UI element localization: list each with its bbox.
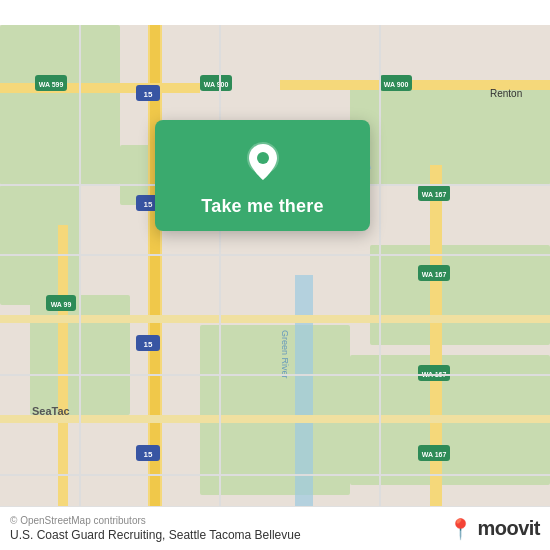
moovit-pin-icon: 📍 [448,517,473,541]
svg-text:WA 900: WA 900 [204,81,229,88]
svg-text:WA 167: WA 167 [422,191,447,198]
bottom-left-info: © OpenStreetMap contributors U.S. Coast … [10,515,301,542]
svg-rect-5 [370,245,550,345]
svg-text:15: 15 [144,340,153,349]
svg-rect-13 [0,83,200,93]
svg-text:WA 167: WA 167 [422,271,447,278]
svg-rect-1 [0,25,120,185]
take-me-there-button[interactable]: Take me there [201,196,323,217]
location-name: U.S. Coast Guard Recruiting, Seattle Tac… [10,528,301,542]
location-pin-icon [239,138,287,186]
svg-rect-15 [430,165,442,525]
map-container: 15 15 15 15 WA 599 WA 900 WA 900 WA 167 … [0,0,550,550]
svg-text:WA 900: WA 900 [384,81,409,88]
copyright-text: © OpenStreetMap contributors [10,515,301,526]
svg-text:15: 15 [144,200,153,209]
svg-text:SeaTac: SeaTac [32,405,70,417]
svg-rect-9 [295,275,313,525]
moovit-brand-text: moovit [477,517,540,540]
svg-text:15: 15 [144,450,153,459]
svg-rect-7 [200,325,350,495]
bottom-bar: © OpenStreetMap contributors U.S. Coast … [0,506,550,550]
svg-rect-17 [0,415,550,423]
svg-rect-16 [0,315,550,323]
svg-text:15: 15 [144,90,153,99]
svg-text:Green River: Green River [280,330,290,379]
svg-text:Renton: Renton [490,88,522,99]
svg-point-54 [257,152,269,164]
moovit-logo[interactable]: 📍 moovit [448,517,540,541]
svg-text:WA 167: WA 167 [422,451,447,458]
action-card[interactable]: Take me there [155,120,370,231]
svg-text:WA 99: WA 99 [51,301,72,308]
map-background: 15 15 15 15 WA 599 WA 900 WA 900 WA 167 … [0,0,550,550]
svg-text:WA 599: WA 599 [39,81,64,88]
